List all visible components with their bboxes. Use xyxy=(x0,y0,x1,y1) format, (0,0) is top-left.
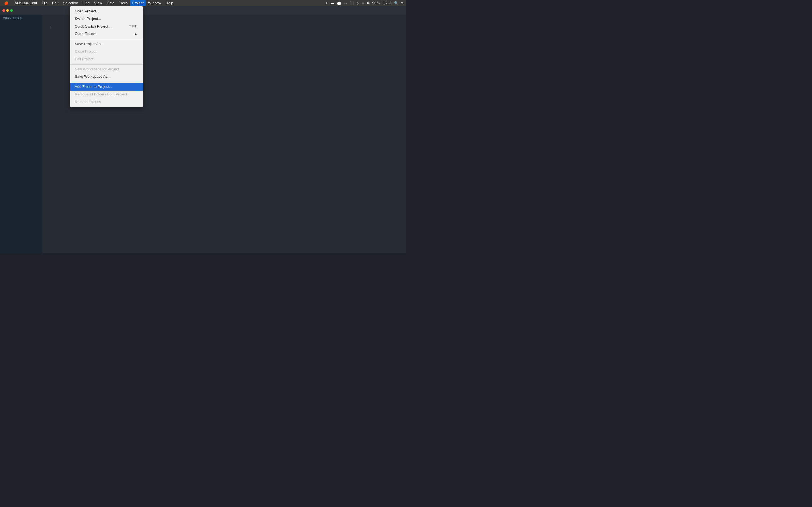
dropdown-item-close-project[interactable]: Close Project xyxy=(70,48,143,55)
dropdown-item-remove-folders[interactable]: Remove all Folders from Project xyxy=(70,91,143,98)
audio-icon[interactable]: ▷ xyxy=(356,1,360,5)
dropdown-item-save-project-as[interactable]: Save Project As... xyxy=(70,40,143,48)
line-numbers: 1 xyxy=(42,23,54,32)
dropbox-icon[interactable]: ✦ xyxy=(325,1,329,5)
maximize-button[interactable] xyxy=(10,9,13,12)
open-recent-arrow-icon: ▶ xyxy=(135,32,137,36)
clock: 15:38 xyxy=(382,1,392,5)
dropdown-label-refresh-folders: Refresh Folders xyxy=(75,99,101,105)
sidebar-header: OPEN FILES xyxy=(0,15,42,21)
dropdown-shortcut-quick-switch: ⌃⌘P xyxy=(129,24,137,29)
menubar: 🍎 Sublime Text File Edit Selection Find … xyxy=(0,0,406,6)
battery-status-icon: ▭ xyxy=(343,1,347,5)
dropdown-item-add-folder[interactable]: Add Folder to Project... xyxy=(70,83,143,91)
dropdown-label-open-recent: Open Recent xyxy=(75,31,96,37)
monitor-icon[interactable]: ⬛ xyxy=(349,1,354,5)
circle-icon[interactable]: ⬤ xyxy=(337,1,342,5)
menu-item-find[interactable]: Find xyxy=(80,0,92,6)
dropdown-label-remove-folders: Remove all Folders from Project xyxy=(75,92,127,98)
menu-item-view[interactable]: View xyxy=(92,0,104,6)
menu-item-project[interactable]: Project xyxy=(130,0,146,6)
dropdown-label-switch-project: Switch Project... xyxy=(75,16,101,22)
menu-item-goto[interactable]: Goto xyxy=(104,0,117,6)
project-dropdown-menu: Open Project... Switch Project... Quick … xyxy=(70,6,143,107)
battery-percentage: 93 % xyxy=(372,1,380,5)
notif-icon[interactable]: ≡ xyxy=(401,1,404,5)
menu-item-window[interactable]: Window xyxy=(146,0,163,6)
dash-icon[interactable]: ▬ xyxy=(331,1,335,5)
menu-item-sublime-text[interactable]: Sublime Text xyxy=(12,0,40,6)
dropdown-item-edit-project[interactable]: Edit Project xyxy=(70,55,143,63)
dropdown-label-edit-project: Edit Project xyxy=(75,56,93,62)
dropdown-item-new-workspace[interactable]: New Workspace for Project xyxy=(70,66,143,73)
main-layout: OPEN FILES 1 xyxy=(0,15,406,253)
dropdown-label-quick-switch: Quick Switch Project... xyxy=(75,24,111,30)
dropdown-item-open-recent[interactable]: Open Recent ▶ xyxy=(70,30,143,38)
menu-item-file[interactable]: File xyxy=(40,0,50,6)
menubar-right: ✦ ▬ ⬤ ▭ ⬛ ▷ ⌾ ✲ 93 % 15:38 🔍 ≡ xyxy=(325,1,404,5)
dropdown-label-close-project: Close Project xyxy=(75,49,96,55)
menu-item-selection[interactable]: Selection xyxy=(61,0,80,6)
dropdown-item-quick-switch[interactable]: Quick Switch Project... ⌃⌘P xyxy=(70,23,143,31)
titlebar xyxy=(0,6,406,15)
search-icon[interactable]: 🔍 xyxy=(394,1,399,5)
wifi-icon[interactable]: ⌾ xyxy=(361,1,364,5)
dropdown-item-refresh-folders[interactable]: Refresh Folders xyxy=(70,98,143,106)
apple-logo-icon[interactable]: 🍎 xyxy=(2,0,10,6)
dropdown-item-save-workspace-as[interactable]: Save Workspace As... xyxy=(70,73,143,80)
dropdown-label-save-workspace-as: Save Workspace As... xyxy=(75,74,110,80)
minimize-button[interactable] xyxy=(6,9,9,12)
dropdown-separator-1 xyxy=(70,39,143,39)
traffic-lights xyxy=(0,6,15,15)
dropdown-label-add-folder: Add Folder to Project... xyxy=(75,84,112,90)
close-button[interactable] xyxy=(2,9,5,12)
dropdown-item-open-project[interactable]: Open Project... xyxy=(70,8,143,15)
dropdown-label-save-project-as: Save Project As... xyxy=(75,41,104,47)
line-number: 1 xyxy=(42,25,51,30)
menu-item-edit[interactable]: Edit xyxy=(50,0,61,6)
dropdown-label-open-project: Open Project... xyxy=(75,8,99,14)
menu-item-tools[interactable]: Tools xyxy=(117,0,130,6)
dropdown-label-new-workspace: New Workspace for Project xyxy=(75,66,119,72)
dropdown-item-switch-project[interactable]: Switch Project... xyxy=(70,15,143,23)
bluetooth-icon[interactable]: ✲ xyxy=(366,1,370,5)
menu-item-help[interactable]: Help xyxy=(163,0,175,6)
sidebar: OPEN FILES xyxy=(0,15,42,253)
